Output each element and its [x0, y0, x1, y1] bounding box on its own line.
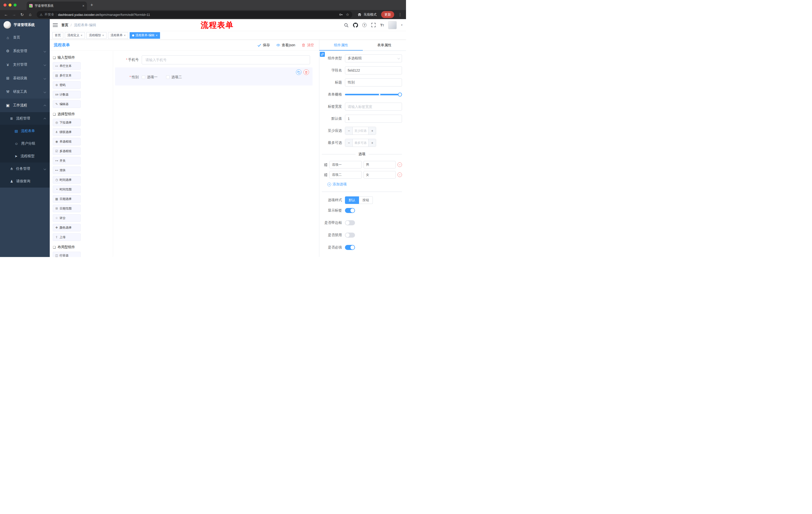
tab-home[interactable]: 首页: [52, 32, 63, 39]
window-zoom-button[interactable]: [13, 3, 17, 6]
sidebar-item-leave-query[interactable]: ♟ 请假查询: [0, 175, 50, 188]
with-border-toggle[interactable]: [345, 220, 355, 225]
incognito-badge[interactable]: 无痕模式: [355, 12, 379, 17]
tab-component-properties[interactable]: 组件属性: [319, 40, 363, 51]
increase-button[interactable]: +: [368, 127, 376, 135]
link-button[interactable]: [320, 52, 325, 57]
phone-input[interactable]: [142, 55, 310, 64]
tab-process-model[interactable]: 流程模型 ×: [86, 32, 107, 39]
window-close-button[interactable]: [3, 3, 6, 6]
required-toggle[interactable]: [345, 245, 355, 250]
save-button[interactable]: 保存: [258, 43, 270, 48]
style-default-button[interactable]: 默认: [345, 196, 359, 204]
forward-button[interactable]: →: [10, 11, 18, 18]
close-icon[interactable]: ×: [156, 34, 157, 37]
key-icon[interactable]: [339, 12, 343, 17]
disabled-toggle[interactable]: [345, 233, 355, 238]
help-icon[interactable]: ?: [362, 23, 367, 27]
view-json-button[interactable]: 查看json: [277, 43, 295, 48]
palette-item-radio-group[interactable]: ◉ 单选框组: [53, 138, 81, 145]
tab-process-form-edit[interactable]: 流程表单-编辑 ×: [129, 32, 160, 39]
tab-close-icon[interactable]: ×: [82, 4, 84, 7]
option-value-input[interactable]: [364, 161, 396, 168]
browser-menu-button[interactable]: ⋮: [397, 12, 404, 17]
sidebar-item-infrastructure[interactable]: ⊞ 基础设施: [0, 72, 50, 85]
reload-button[interactable]: ↻: [19, 11, 26, 18]
palette-item-color-picker[interactable]: ❖ 颜色选择: [53, 224, 81, 231]
palette-item-checkbox-group[interactable]: ☑ 多选框组: [53, 147, 81, 155]
sidebar-item-workflow[interactable]: ▣ 工作流程: [0, 99, 50, 112]
close-icon[interactable]: ×: [124, 34, 126, 37]
tab-process-form[interactable]: 流程表单 ×: [108, 32, 128, 39]
palette-item-password[interactable]: ⊛ 密码: [53, 81, 81, 89]
browser-tab[interactable]: 芋道管理系统 ×: [27, 1, 87, 10]
bookmark-star-icon[interactable]: ☆: [346, 12, 349, 17]
drag-handle-icon[interactable]: [324, 163, 328, 167]
show-label-toggle[interactable]: [345, 208, 355, 213]
palette-item-slider[interactable]: ⊷ 滑块: [53, 166, 81, 174]
increase-button[interactable]: +: [368, 139, 376, 146]
new-tab-button[interactable]: +: [90, 2, 93, 8]
gender-option-2-checkbox[interactable]: 选项二: [166, 75, 182, 79]
phone-field-row[interactable]: *手机号: [115, 55, 313, 65]
label-width-input[interactable]: [345, 103, 402, 111]
fullscreen-icon[interactable]: [371, 23, 376, 28]
sidebar-item-system-mgmt[interactable]: ⚙ 系统管理: [0, 44, 50, 58]
option-name-input[interactable]: [329, 171, 362, 179]
decrease-button[interactable]: −: [345, 127, 353, 135]
address-bar[interactable]: ⚠ 不安全 dashboard.yudao.iocoder.cn/bpm/man…: [37, 11, 352, 18]
palette-item-rate[interactable]: ☆ 评分: [53, 214, 81, 222]
palette-item-counter[interactable]: 123 计数器: [53, 91, 81, 98]
sidebar-item-process-model[interactable]: ➤ 流程模型: [0, 150, 50, 162]
window-minimize-button[interactable]: [8, 3, 11, 6]
sidebar-collapse-button[interactable]: [53, 23, 58, 27]
github-icon[interactable]: [353, 23, 358, 28]
sidebar-item-home[interactable]: ⌂ 首页: [0, 31, 50, 44]
search-icon[interactable]: [344, 23, 349, 28]
gender-field-row-selected[interactable]: *性别 选项一 选项二: [115, 67, 313, 85]
sidebar-item-payment-mgmt[interactable]: ¥ 支付管理: [0, 58, 50, 72]
palette-item-multi-line-text[interactable]: ▤ 多行文本: [53, 72, 81, 79]
palette-item-time-picker[interactable]: ◷ 时间选择: [53, 176, 81, 184]
min-select-placeholder[interactable]: 至少应选: [353, 127, 368, 135]
back-button[interactable]: ←: [2, 11, 9, 18]
copy-component-button[interactable]: [296, 70, 301, 75]
palette-item-date-range[interactable]: ⊞ 日期范围: [53, 205, 81, 212]
home-button[interactable]: ⌂: [27, 11, 34, 18]
delete-component-button[interactable]: [303, 70, 309, 75]
remove-option-button[interactable]: −: [398, 172, 402, 177]
tab-process-definition[interactable]: 流程定义 ×: [65, 32, 85, 39]
palette-item-single-line-text[interactable]: ▭ 单行文本: [53, 62, 81, 70]
close-icon[interactable]: ×: [102, 34, 104, 37]
palette-item-switch[interactable]: ⊶ 开关: [53, 157, 81, 164]
component-type-select[interactable]: 多选框组: [345, 54, 402, 62]
form-grid-slider[interactable]: [345, 94, 400, 95]
default-value-input[interactable]: [345, 115, 402, 123]
tab-form-properties[interactable]: 表单属性: [363, 40, 406, 51]
max-select-placeholder[interactable]: 最多可选: [353, 139, 368, 146]
sidebar-item-process-form[interactable]: ▤ 流程表单: [0, 125, 50, 137]
slider-handle[interactable]: [398, 92, 402, 97]
sidebar-item-task-mgmt[interactable]: ⋔ 任务管理: [0, 162, 50, 175]
font-size-icon[interactable]: TT: [380, 23, 384, 27]
close-icon[interactable]: ×: [81, 34, 82, 37]
sidebar-item-user-group[interactable]: ☺ 用户分组: [0, 137, 50, 150]
palette-item-date-picker[interactable]: ▦ 日期选择: [53, 195, 81, 203]
option-name-input[interactable]: [329, 161, 362, 168]
option-value-input[interactable]: [364, 171, 396, 179]
clear-button[interactable]: 清空: [302, 43, 314, 48]
decrease-button[interactable]: −: [345, 139, 353, 146]
avatar[interactable]: [388, 21, 397, 29]
gender-option-1-checkbox[interactable]: 选项一: [142, 75, 157, 79]
palette-item-editor[interactable]: ✎ 编辑器: [53, 100, 81, 108]
breadcrumb-home[interactable]: 首页: [61, 23, 68, 27]
caret-down-icon[interactable]: ▾: [401, 23, 403, 27]
style-button-button[interactable]: 按钮: [359, 196, 373, 204]
remove-option-button[interactable]: −: [398, 162, 402, 167]
add-option-button[interactable]: + 添加选项: [327, 182, 402, 187]
palette-item-cascader[interactable]: ⋔ 级联选择: [53, 128, 81, 136]
palette-item-time-range[interactable]: ◔ 时间范围: [53, 186, 81, 193]
palette-item-select[interactable]: ◎ 下拉选择: [53, 119, 81, 126]
update-button[interactable]: 更新: [381, 11, 394, 18]
sidebar-item-process-mgmt[interactable]: ≣ 流程管理: [0, 112, 50, 125]
